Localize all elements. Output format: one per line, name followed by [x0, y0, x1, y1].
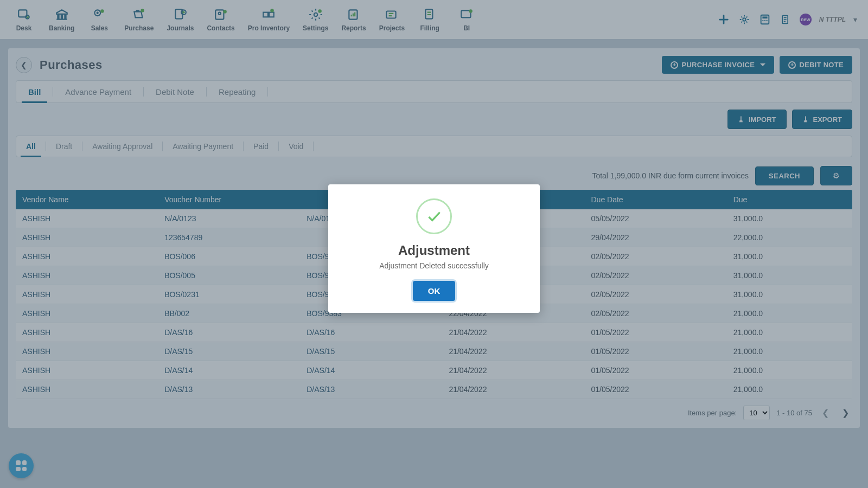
adjustment-modal: Adjustment Adjustment Deleted successful…	[328, 184, 540, 313]
modal-ok-button[interactable]: OK	[413, 281, 456, 301]
modal-overlay: Adjustment Adjustment Deleted successful…	[0, 0, 868, 488]
modal-title: Adjustment	[398, 243, 470, 258]
modal-message: Adjustment Deleted successfully	[379, 261, 489, 270]
success-check-icon	[416, 198, 452, 234]
